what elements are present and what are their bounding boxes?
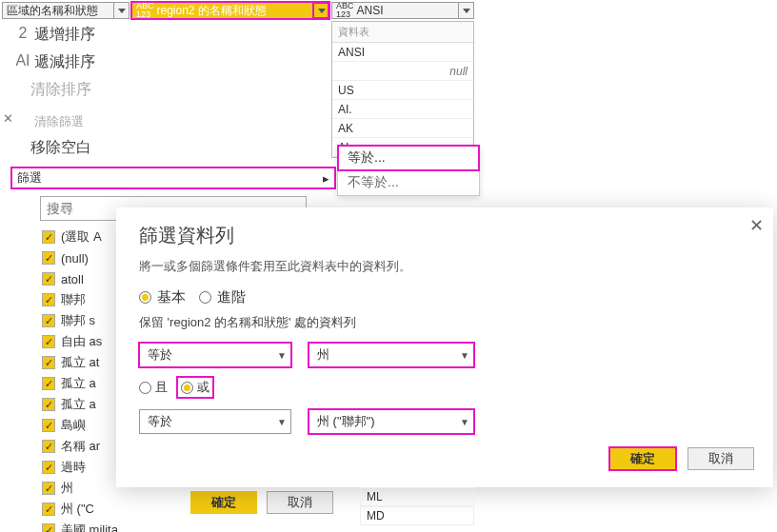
checkbox-icon: ✓	[42, 230, 55, 244]
checkbox-icon: ✓	[42, 482, 55, 495]
radio-icon	[139, 291, 151, 304]
preview-cell: null	[332, 62, 473, 81]
checkbox-icon: ✓	[42, 461, 55, 474]
preview-cell: US	[332, 81, 473, 100]
checkbox-icon: ✓	[42, 293, 55, 306]
menu-filter[interactable]: 篩選 ▸	[11, 167, 335, 188]
value-select-1[interactable]: 州 ▼	[309, 343, 474, 367]
radio-icon	[139, 382, 151, 394]
list-item-label: 過時	[61, 459, 86, 476]
chevron-down-icon: ▼	[277, 350, 287, 361]
type-icon: ABC123	[136, 2, 154, 19]
column-header-region[interactable]: 區域的名稱和狀態	[2, 2, 130, 19]
close-icon[interactable]: ✕	[749, 215, 764, 236]
dialog-cancel-button[interactable]: 取消	[687, 447, 754, 470]
chevron-right-icon: ▸	[323, 171, 329, 186]
checkbox-icon: ✓	[42, 251, 55, 265]
value-select-2[interactable]: 州 ("聯邦") ▼	[309, 409, 474, 434]
column-header-region2[interactable]: ABC123 region2 的名稱和狀態	[131, 2, 329, 19]
menu-sort-desc[interactable]: AI 遞減排序	[11, 49, 335, 76]
radio-advanced[interactable]: 進階	[199, 288, 246, 306]
list-item-label: 州 ("C	[61, 501, 94, 518]
list-item-label: 孤立 a	[61, 375, 96, 392]
checkbox-icon: ✓	[42, 314, 55, 327]
dropdown-icon[interactable]	[313, 3, 329, 18]
filter-flyout: 等於... 不等於...	[337, 145, 480, 196]
checkbox-icon: ✓	[42, 272, 55, 286]
list-item-label: 孤立 at	[61, 354, 99, 371]
context-ok-button[interactable]: 確定	[190, 491, 257, 514]
column-label: ANSI	[357, 4, 384, 17]
list-item-label: 州	[61, 480, 73, 497]
condition-row-1: 等於 ▼ 州 ▼	[139, 343, 750, 367]
operator-select-1[interactable]: 等於 ▼	[139, 343, 291, 367]
andor-row: 且 或	[139, 377, 750, 398]
preview-cell: AI.	[332, 100, 473, 119]
checkbox-icon: ✓	[42, 502, 55, 516]
column-label: 區域的名稱和狀態	[7, 3, 98, 19]
checkbox-icon: ✓	[42, 419, 55, 432]
list-item-label: 島嶼	[61, 417, 86, 434]
checkbox-icon: ✓	[42, 377, 55, 390]
chevron-down-icon: ▼	[460, 350, 469, 361]
checkbox-icon: ✓	[42, 356, 55, 369]
menu-sort-asc[interactable]: 2 遞增排序	[11, 21, 335, 49]
menu-remove-blank[interactable]: 移除空白	[11, 134, 335, 162]
context-cancel-button[interactable]: 取消	[267, 491, 333, 514]
checkbox-icon: ✓	[42, 398, 55, 411]
dropdown-icon[interactable]	[113, 3, 129, 18]
radio-and[interactable]: 且	[139, 379, 168, 396]
chevron-down-icon: ▼	[277, 417, 287, 427]
checkbox-icon: ✓	[42, 440, 55, 453]
preview-header: 資料表	[332, 22, 473, 43]
checkbox-icon: ✓	[42, 335, 55, 348]
radio-icon	[199, 291, 211, 304]
radio-basic[interactable]: 基本	[139, 288, 186, 306]
mode-radio-row: 基本 進階	[139, 288, 750, 306]
sort-asc-icon: 2	[15, 25, 30, 42]
flyout-equals[interactable]: 等於...	[338, 146, 479, 170]
context-buttons: 確定 取消	[190, 491, 333, 514]
dropdown-icon[interactable]	[458, 3, 473, 18]
type-icon: ABC123	[336, 2, 354, 19]
dialog-title: 篩選資料列	[139, 223, 750, 248]
list-item[interactable]: ✓美國 milita	[42, 520, 335, 532]
column-preview: 資料表 ANSInullUSAI.AKAI	[331, 21, 474, 158]
list-item-label: 聯邦 s	[61, 312, 95, 329]
preview-cell: MD	[360, 506, 474, 525]
list-item-label: (null)	[61, 251, 89, 266]
list-item-label: 自由 as	[61, 333, 102, 350]
list-item-label: 聯邦	[61, 291, 86, 308]
clear-filter-icon: ✕	[0, 111, 15, 126]
flyout-not-equals[interactable]: 不等於...	[338, 170, 479, 195]
list-item-label: (選取 A	[61, 228, 102, 246]
lower-preview: ML MD	[360, 487, 474, 525]
column-label: region2 的名稱和狀態	[157, 3, 267, 19]
filter-dialog: ✕ 篩選資料列 將一或多個篩選條件套用至此資料表中的資料列。 基本 進階 保留 …	[116, 207, 773, 487]
checkbox-icon: ✓	[42, 523, 55, 532]
sort-desc-icon: AI	[15, 52, 30, 69]
operator-select-2[interactable]: 等於 ▼	[139, 409, 291, 434]
preview-cell: AK	[332, 119, 473, 138]
dialog-subtitle: 將一或多個篩選條件套用至此資料表中的資料列。	[139, 258, 750, 275]
condition-row-2: 等於 ▼ 州 ("聯邦") ▼	[139, 409, 750, 434]
menu-clear-filter: ✕ 清除篩選	[11, 109, 335, 134]
dialog-buttons: 確定 取消	[609, 447, 754, 470]
column-header-ansi[interactable]: ABC123 ANSI	[331, 2, 474, 19]
list-item-label: 美國 milita	[61, 522, 118, 532]
dialog-ok-button[interactable]: 確定	[609, 447, 676, 470]
list-item-label: atoll	[61, 272, 84, 286]
menu-clear-sort: 清除排序	[11, 76, 335, 104]
list-item-label: 名稱 ar	[61, 438, 100, 455]
radio-icon	[181, 382, 193, 394]
radio-or[interactable]: 或	[177, 377, 213, 398]
keep-text: 保留 'region2 的名稱和狀態' 處的資料列	[139, 314, 750, 331]
list-item-label: 孤立 a	[61, 396, 96, 413]
preview-cell: ML	[360, 487, 474, 506]
chevron-down-icon: ▼	[460, 417, 469, 427]
preview-cell: ANSI	[332, 43, 473, 62]
